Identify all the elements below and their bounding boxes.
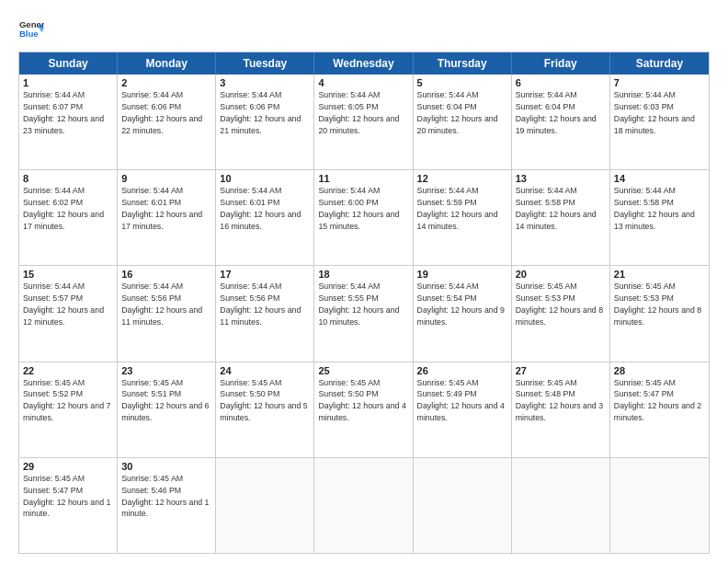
calendar-day-25: 25Sunrise: 5:45 AMSunset: 5:50 PMDayligh… [314, 362, 413, 457]
day-info: Sunrise: 5:44 AMSunset: 6:05 PMDaylight:… [318, 90, 399, 135]
calendar-day-24: 24Sunrise: 5:45 AMSunset: 5:50 PMDayligh… [216, 362, 314, 457]
calendar-week-3: 15Sunrise: 5:44 AMSunset: 5:57 PMDayligh… [19, 265, 709, 361]
calendar-week-5: 29Sunrise: 5:45 AMSunset: 5:47 PMDayligh… [19, 457, 709, 553]
calendar-empty-cell [610, 458, 709, 553]
calendar-day-26: 26Sunrise: 5:45 AMSunset: 5:49 PMDayligh… [414, 362, 512, 457]
calendar-day-18: 18Sunrise: 5:44 AMSunset: 5:55 PMDayligh… [314, 266, 413, 361]
day-info: Sunrise: 5:45 AMSunset: 5:46 PMDaylight:… [121, 474, 209, 519]
calendar-day-1: 1Sunrise: 5:44 AMSunset: 6:07 PMDaylight… [19, 75, 118, 169]
day-number: 12 [417, 173, 507, 184]
day-info: Sunrise: 5:44 AMSunset: 5:55 PMDaylight:… [318, 282, 399, 327]
calendar-day-20: 20Sunrise: 5:45 AMSunset: 5:53 PMDayligh… [512, 266, 610, 361]
calendar-body: 1Sunrise: 5:44 AMSunset: 6:07 PMDaylight… [19, 75, 709, 553]
calendar-day-14: 14Sunrise: 5:44 AMSunset: 5:58 PMDayligh… [610, 170, 709, 265]
logo-icon: General Blue [18, 17, 44, 42]
day-info: Sunrise: 5:44 AMSunset: 6:04 PMDaylight:… [417, 90, 498, 135]
calendar-day-17: 17Sunrise: 5:44 AMSunset: 5:56 PMDayligh… [216, 266, 314, 361]
day-number: 8 [23, 173, 113, 184]
calendar-day-15: 15Sunrise: 5:44 AMSunset: 5:57 PMDayligh… [19, 266, 118, 361]
calendar-day-23: 23Sunrise: 5:45 AMSunset: 5:51 PMDayligh… [118, 362, 216, 457]
day-number: 30 [121, 461, 211, 472]
day-number: 20 [516, 269, 606, 280]
day-info: Sunrise: 5:45 AMSunset: 5:53 PMDaylight:… [516, 282, 603, 327]
header-day-tuesday: Tuesday [216, 52, 314, 75]
svg-marker-3 [40, 28, 44, 32]
calendar-day-12: 12Sunrise: 5:44 AMSunset: 5:59 PMDayligh… [414, 170, 512, 265]
page-header: General Blue [18, 17, 710, 42]
day-info: Sunrise: 5:44 AMSunset: 5:56 PMDaylight:… [220, 282, 301, 327]
calendar-empty-cell [314, 458, 413, 553]
calendar-day-10: 10Sunrise: 5:44 AMSunset: 6:01 PMDayligh… [216, 170, 314, 265]
day-info: Sunrise: 5:45 AMSunset: 5:47 PMDaylight:… [614, 378, 701, 423]
calendar-day-6: 6Sunrise: 5:44 AMSunset: 6:04 PMDaylight… [512, 75, 610, 169]
day-number: 13 [516, 173, 606, 184]
calendar-day-22: 22Sunrise: 5:45 AMSunset: 5:52 PMDayligh… [19, 362, 118, 457]
calendar-day-19: 19Sunrise: 5:44 AMSunset: 5:54 PMDayligh… [414, 266, 512, 361]
day-number: 24 [220, 365, 310, 376]
calendar-week-4: 22Sunrise: 5:45 AMSunset: 5:52 PMDayligh… [19, 362, 709, 457]
day-number: 16 [121, 269, 211, 280]
day-info: Sunrise: 5:45 AMSunset: 5:48 PMDaylight:… [516, 378, 603, 423]
calendar-day-2: 2Sunrise: 5:44 AMSunset: 6:06 PMDaylight… [118, 75, 216, 169]
day-number: 9 [121, 173, 211, 184]
day-info: Sunrise: 5:44 AMSunset: 5:58 PMDaylight:… [614, 186, 695, 231]
header-day-monday: Monday [118, 52, 216, 75]
day-info: Sunrise: 5:44 AMSunset: 6:01 PMDaylight:… [121, 186, 202, 231]
calendar-day-29: 29Sunrise: 5:45 AMSunset: 5:47 PMDayligh… [19, 458, 118, 553]
header-day-friday: Friday [512, 52, 610, 75]
day-number: 6 [516, 77, 606, 88]
day-number: 25 [318, 365, 408, 376]
day-number: 21 [614, 269, 705, 280]
day-info: Sunrise: 5:44 AMSunset: 6:07 PMDaylight:… [23, 90, 104, 135]
calendar-day-4: 4Sunrise: 5:44 AMSunset: 6:05 PMDaylight… [314, 75, 413, 169]
day-number: 7 [614, 77, 705, 88]
calendar-day-5: 5Sunrise: 5:44 AMSunset: 6:04 PMDaylight… [414, 75, 512, 169]
calendar-empty-cell [414, 458, 512, 553]
day-number: 11 [318, 173, 408, 184]
day-number: 1 [23, 77, 113, 88]
day-number: 14 [614, 173, 705, 184]
day-info: Sunrise: 5:45 AMSunset: 5:50 PMDaylight:… [220, 378, 307, 423]
calendar-day-9: 9Sunrise: 5:44 AMSunset: 6:01 PMDaylight… [118, 170, 216, 265]
header-day-saturday: Saturday [610, 52, 709, 75]
day-number: 23 [121, 365, 211, 376]
day-info: Sunrise: 5:44 AMSunset: 5:57 PMDaylight:… [23, 282, 104, 327]
day-number: 2 [121, 77, 211, 88]
calendar-week-2: 8Sunrise: 5:44 AMSunset: 6:02 PMDaylight… [19, 169, 709, 265]
day-info: Sunrise: 5:44 AMSunset: 5:59 PMDaylight:… [417, 186, 498, 231]
day-info: Sunrise: 5:45 AMSunset: 5:50 PMDaylight:… [318, 378, 405, 423]
day-number: 26 [417, 365, 507, 376]
day-number: 5 [417, 77, 507, 88]
calendar-header: SundayMondayTuesdayWednesdayThursdayFrid… [19, 52, 709, 75]
day-number: 29 [23, 461, 113, 472]
day-info: Sunrise: 5:44 AMSunset: 5:56 PMDaylight:… [121, 282, 202, 327]
day-info: Sunrise: 5:44 AMSunset: 5:58 PMDaylight:… [516, 186, 597, 231]
day-info: Sunrise: 5:44 AMSunset: 6:03 PMDaylight:… [614, 90, 695, 135]
day-info: Sunrise: 5:45 AMSunset: 5:52 PMDaylight:… [23, 378, 110, 423]
day-info: Sunrise: 5:45 AMSunset: 5:49 PMDaylight:… [417, 378, 505, 423]
header-day-thursday: Thursday [414, 52, 512, 75]
calendar-day-21: 21Sunrise: 5:45 AMSunset: 5:53 PMDayligh… [610, 266, 709, 361]
svg-text:Blue: Blue [19, 29, 39, 39]
calendar-day-27: 27Sunrise: 5:45 AMSunset: 5:48 PMDayligh… [512, 362, 610, 457]
calendar-day-8: 8Sunrise: 5:44 AMSunset: 6:02 PMDaylight… [19, 170, 118, 265]
day-info: Sunrise: 5:45 AMSunset: 5:51 PMDaylight:… [121, 378, 209, 423]
day-info: Sunrise: 5:44 AMSunset: 6:04 PMDaylight:… [516, 90, 597, 135]
day-number: 4 [318, 77, 408, 88]
day-number: 27 [516, 365, 606, 376]
calendar-day-28: 28Sunrise: 5:45 AMSunset: 5:47 PMDayligh… [610, 362, 709, 457]
calendar-week-1: 1Sunrise: 5:44 AMSunset: 6:07 PMDaylight… [19, 75, 709, 169]
header-day-sunday: Sunday [19, 52, 118, 75]
logo: General Blue [18, 17, 44, 42]
day-number: 10 [220, 173, 310, 184]
calendar-empty-cell [216, 458, 314, 553]
calendar-day-13: 13Sunrise: 5:44 AMSunset: 5:58 PMDayligh… [512, 170, 610, 265]
day-number: 18 [318, 269, 408, 280]
day-info: Sunrise: 5:45 AMSunset: 5:53 PMDaylight:… [614, 282, 701, 327]
day-number: 17 [220, 269, 310, 280]
header-day-wednesday: Wednesday [314, 52, 413, 75]
day-info: Sunrise: 5:44 AMSunset: 6:06 PMDaylight:… [220, 90, 301, 135]
day-info: Sunrise: 5:44 AMSunset: 6:02 PMDaylight:… [23, 186, 104, 231]
day-number: 15 [23, 269, 113, 280]
day-number: 19 [417, 269, 507, 280]
